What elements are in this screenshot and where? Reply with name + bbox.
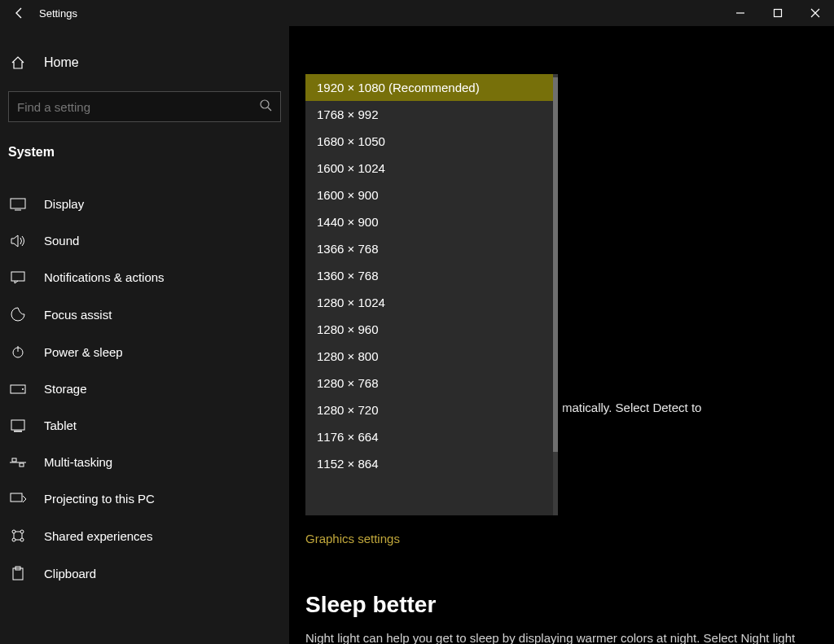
nav-label: Power & sleep xyxy=(44,345,123,359)
home-label: Home xyxy=(44,55,79,70)
svg-rect-11 xyxy=(11,420,24,430)
svg-rect-4 xyxy=(11,199,25,208)
nav-item-display[interactable]: Display xyxy=(0,186,289,222)
title-bar: Settings xyxy=(0,0,834,26)
display-icon xyxy=(10,198,26,211)
shared-icon xyxy=(10,528,26,543)
close-icon xyxy=(810,8,820,18)
nav-item-clipboard[interactable]: Clipboard xyxy=(0,554,289,592)
sidebar: Home System Display Sound Notifications … xyxy=(0,26,289,644)
nav-label: Storage xyxy=(44,382,87,396)
power-icon xyxy=(10,344,26,359)
nav-item-power[interactable]: Power & sleep xyxy=(0,333,289,370)
nav-label: Shared experiences xyxy=(44,529,152,543)
search-icon xyxy=(259,99,272,115)
home-icon xyxy=(10,55,26,70)
resolution-option[interactable]: 1366 × 768 xyxy=(305,235,553,262)
maximize-icon xyxy=(773,8,783,18)
multitask-icon xyxy=(10,457,26,468)
svg-point-20 xyxy=(20,538,24,541)
arrow-left-icon xyxy=(13,7,26,20)
nav-label: Notifications & actions xyxy=(44,270,165,284)
category-heading: System xyxy=(0,138,289,174)
resolution-option[interactable]: 1360 × 768 xyxy=(305,262,553,289)
nav-label: Focus assist xyxy=(44,308,112,322)
resolution-option[interactable]: 1680 × 1050 xyxy=(305,128,553,155)
dropdown-scrollbar[interactable] xyxy=(553,74,558,515)
nav-item-projecting[interactable]: Projecting to this PC xyxy=(0,480,289,517)
sleep-body: Night light can help you get to sleep by… xyxy=(305,629,827,644)
svg-line-3 xyxy=(268,107,271,111)
resolution-option[interactable]: 1280 × 1024 xyxy=(305,289,553,316)
nav-item-notifications[interactable]: Notifications & actions xyxy=(0,259,289,296)
scrollbar-thumb[interactable] xyxy=(553,77,558,452)
svg-rect-1 xyxy=(775,10,782,17)
resolution-option[interactable]: 1440 × 900 xyxy=(305,208,553,235)
svg-point-2 xyxy=(261,100,269,108)
nav-label: Tablet xyxy=(44,418,77,432)
graphics-settings-link[interactable]: Graphics settings xyxy=(305,532,400,545)
window-title: Settings xyxy=(39,7,77,20)
resolution-option[interactable]: 1768 × 992 xyxy=(305,101,553,128)
svg-point-18 xyxy=(20,530,24,533)
nav-label: Projecting to this PC xyxy=(44,492,155,506)
nav-label: Clipboard xyxy=(44,567,96,580)
project-icon xyxy=(10,493,26,506)
main-pane: matically. Select Detect to 1920 × 1080 … xyxy=(289,26,834,644)
resolution-option[interactable]: 1280 × 960 xyxy=(305,316,553,343)
minimize-button[interactable] xyxy=(722,0,759,26)
sleep-heading: Sleep better xyxy=(305,592,827,618)
resolution-list: 1920 × 1080 (Recommended) 1768 × 992 168… xyxy=(305,74,553,515)
resolution-option[interactable]: 1152 × 864 xyxy=(305,450,553,477)
notifications-icon xyxy=(10,271,26,284)
resolution-option[interactable]: 1600 × 900 xyxy=(305,182,553,208)
nav-item-multitask[interactable]: Multi-tasking xyxy=(0,444,289,480)
detect-text-fragment: matically. Select Detect to xyxy=(562,401,701,414)
sleep-better-section: Sleep better Night light can help you ge… xyxy=(305,592,827,644)
nav-list: Display Sound Notifications & actions Fo… xyxy=(0,186,289,592)
resolution-option[interactable]: 1280 × 800 xyxy=(305,343,553,370)
search-box[interactable] xyxy=(8,91,281,122)
home-nav[interactable]: Home xyxy=(0,49,289,77)
clipboard-icon xyxy=(10,566,26,580)
close-button[interactable] xyxy=(797,0,834,26)
nav-label: Multi-tasking xyxy=(44,455,112,469)
nav-item-shared[interactable]: Shared experiences xyxy=(0,517,289,554)
resolution-option[interactable]: 1280 × 720 xyxy=(305,396,553,423)
nav-item-tablet[interactable]: Tablet xyxy=(0,407,289,444)
focus-icon xyxy=(10,307,26,322)
svg-point-17 xyxy=(12,530,15,533)
back-button[interactable] xyxy=(0,0,39,26)
svg-point-19 xyxy=(12,538,15,541)
maximize-button[interactable] xyxy=(759,0,797,26)
nav-item-focus[interactable]: Focus assist xyxy=(0,296,289,333)
svg-rect-14 xyxy=(12,458,16,462)
resolution-dropdown[interactable]: 1920 × 1080 (Recommended) 1768 × 992 168… xyxy=(305,74,558,515)
sound-icon xyxy=(10,234,26,248)
nav-item-sound[interactable]: Sound xyxy=(0,222,289,259)
svg-rect-12 xyxy=(14,431,22,432)
resolution-option[interactable]: 1920 × 1080 (Recommended) xyxy=(305,74,553,101)
svg-rect-6 xyxy=(11,272,24,281)
resolution-option[interactable]: 1280 × 768 xyxy=(305,370,553,396)
svg-rect-15 xyxy=(20,463,24,467)
resolution-option[interactable]: 1176 × 664 xyxy=(305,423,553,450)
nav-label: Sound xyxy=(44,234,79,248)
tablet-icon xyxy=(10,419,26,432)
svg-point-10 xyxy=(22,388,24,390)
svg-rect-16 xyxy=(11,493,22,502)
resolution-option[interactable]: 1600 × 1024 xyxy=(305,155,553,182)
storage-icon xyxy=(10,384,26,394)
minimize-icon xyxy=(735,8,745,18)
nav-label: Display xyxy=(44,197,84,211)
nav-item-storage[interactable]: Storage xyxy=(0,370,289,407)
search-input[interactable] xyxy=(17,100,259,114)
